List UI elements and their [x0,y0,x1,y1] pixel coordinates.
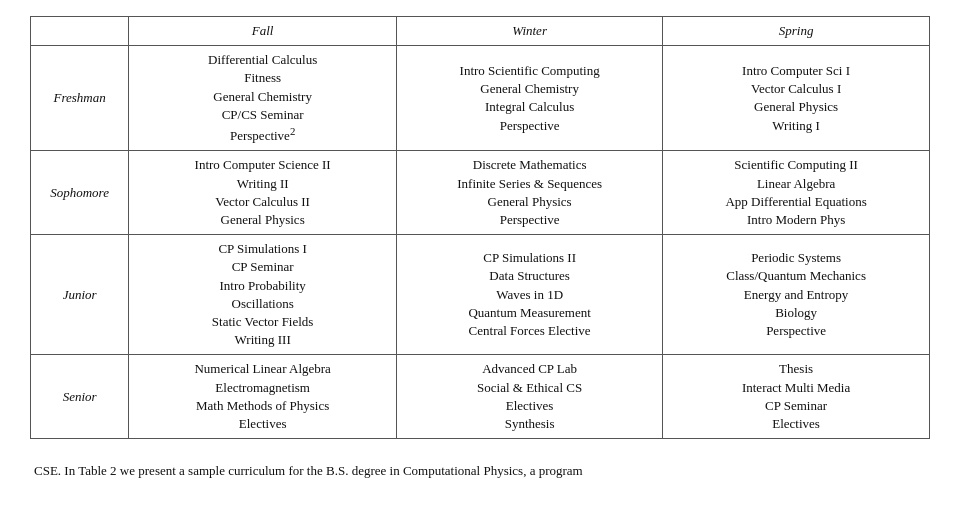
spring-courses: Scientific Computing IILinear AlgebraApp… [663,151,930,235]
header-spring: Spring [663,17,930,46]
year-label: Freshman [31,46,129,151]
table-row: FreshmanDifferential CalculusFitnessGene… [31,46,930,151]
header-fall: Fall [129,17,397,46]
fall-courses: Differential CalculusFitnessGeneral Chem… [129,46,397,151]
spring-courses: ThesisInteract Multi MediaCP SeminarElec… [663,355,930,439]
fall-courses: CP Simulations ICP SeminarIntro Probabil… [129,235,397,355]
fall-courses: Numerical Linear AlgebraElectromagnetism… [129,355,397,439]
fall-courses: Intro Computer Science IIWriting IIVecto… [129,151,397,235]
winter-courses: CP Simulations IIData StructuresWaves in… [397,235,663,355]
winter-courses: Discrete MathematicsInfinite Series & Se… [397,151,663,235]
table-row: SophomoreIntro Computer Science IIWritin… [31,151,930,235]
header-winter: Winter [397,17,663,46]
year-label: Senior [31,355,129,439]
curriculum-table: Fall Winter Spring FreshmanDifferential … [30,16,930,439]
table-row: SeniorNumerical Linear AlgebraElectromag… [31,355,930,439]
winter-courses: Intro Scientific ComputingGeneral Chemis… [397,46,663,151]
year-label: Sophomore [31,151,129,235]
page: Fall Winter Spring FreshmanDifferential … [0,0,960,510]
winter-courses: Advanced CP LabSocial & Ethical CSElecti… [397,355,663,439]
header-year [31,17,129,46]
spring-courses: Intro Computer Sci IVector Calculus IGen… [663,46,930,151]
table-row: JuniorCP Simulations ICP SeminarIntro Pr… [31,235,930,355]
footer-text: CSE. In Table 2 we present a sample curr… [30,461,930,482]
year-label: Junior [31,235,129,355]
spring-courses: Periodic SystemsClass/Quantum MechanicsE… [663,235,930,355]
